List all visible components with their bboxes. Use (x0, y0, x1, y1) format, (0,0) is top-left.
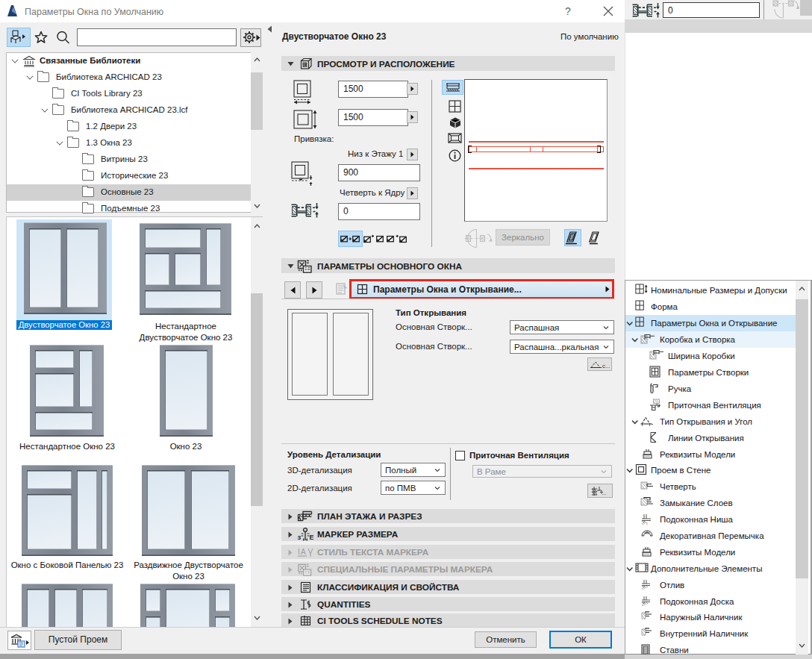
svg-text:Е: Е (310, 533, 314, 541)
svg-text:...: ... (602, 490, 606, 496)
svg-text:A: A (301, 548, 306, 556)
svg-text:I: I (298, 548, 300, 556)
svg-text:c...: c... (602, 363, 610, 369)
svg-text:з: з (298, 533, 302, 541)
